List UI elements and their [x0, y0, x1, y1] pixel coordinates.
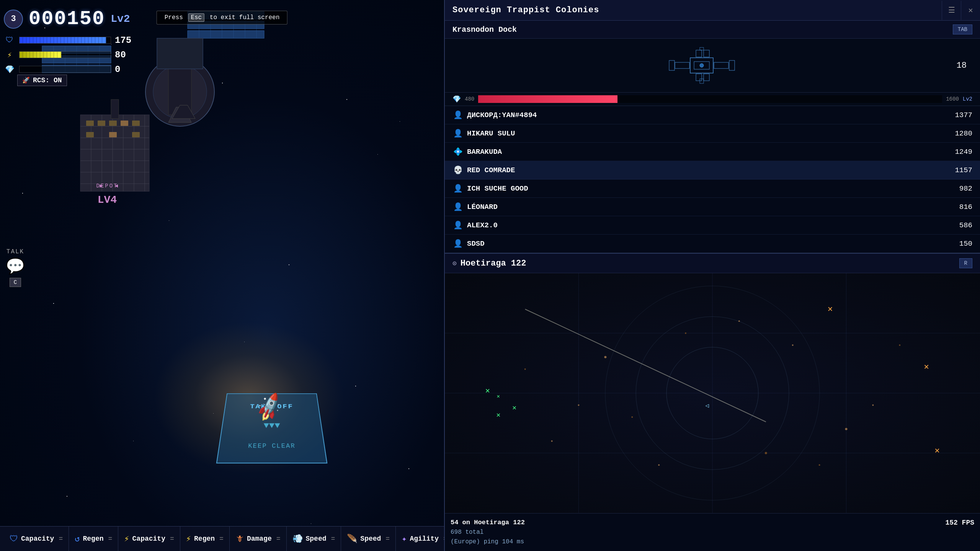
svg-rect-55 — [675, 62, 689, 68]
svg-point-92 — [899, 344, 900, 346]
bottom-damage[interactable]: 🗡 Damage = — [230, 527, 287, 551]
speed-2-label: Speed — [360, 535, 381, 543]
esc-key[interactable]: Esc — [188, 13, 204, 22]
menu-icon-btn[interactable]: ☰ — [942, 1, 961, 20]
leaderboard-header: Sovereign Trappist Colonies ☰ ✕ — [445, 0, 980, 21]
dock-name: Krasnodon Dock — [452, 25, 953, 34]
shield-row: 💎 0 — [4, 64, 134, 75]
lb-score-5: 982 — [949, 184, 972, 193]
map-bottom: 54 on Hoetiraga 122 698 total (Europe) p… — [445, 513, 980, 551]
game-viewport: DEPOT LV4 ◄ ► TAKE OFF ▼▼▼ KEEP CLEAR 🚀 … — [0, 0, 444, 551]
map-title: Hoetiraga 122 — [461, 259, 956, 268]
map-header: ⊙ Hoetiraga 122 R — [445, 254, 980, 273]
lb-name-8: SDSD — [467, 240, 946, 248]
talk-icon: 💬 — [6, 257, 25, 276]
damage-eq: = — [276, 535, 281, 543]
lb-hp-row: 💎 480 1600 Lv2 — [445, 93, 980, 106]
rcs-indicator: 🚀 RCS: ON — [17, 75, 67, 86]
colony-title: Sovereign Trappist Colonies — [445, 0, 942, 20]
svg-rect-53 — [696, 74, 702, 81]
tab-button[interactable]: TAB — [953, 24, 972, 34]
capacity-1-eq: = — [59, 535, 63, 543]
server-info: (Europe) ping 104 ms — [451, 537, 525, 547]
talk-key[interactable]: C — [10, 278, 21, 287]
svg-text:✕: ✕ — [935, 446, 940, 456]
dock-row: Krasnodon Dock TAB — [445, 21, 980, 39]
svg-point-91 — [578, 404, 580, 406]
capacity-2-label: Capacity — [132, 535, 165, 543]
bottom-capacity-2[interactable]: ⚡ Capacity = — [118, 527, 180, 551]
agility-label: Agility — [410, 535, 439, 543]
energy-bar — [19, 51, 111, 58]
map-canvas[interactable]: ✕ ✕ ✕ ✕ ✕ ◁ — [445, 273, 980, 513]
svg-rect-51 — [696, 50, 702, 57]
bottom-regen-2[interactable]: ⚡ Regen = — [180, 527, 230, 551]
keep-clear-label: KEEP CLEAR — [248, 442, 296, 449]
svg-text:✕: ✕ — [497, 393, 500, 399]
energy-bar-fill — [20, 52, 61, 58]
svg-point-85 — [872, 404, 874, 406]
bottom-capacity-1[interactable]: 🛡 Capacity = — [4, 527, 69, 551]
lb-name-2: HIKARU SULU — [467, 129, 946, 138]
svg-text:◁: ◁ — [705, 403, 709, 409]
svg-rect-61 — [700, 47, 704, 50]
bottom-speed-1[interactable]: 💨 Speed = — [287, 527, 341, 551]
svg-point-87 — [765, 452, 767, 454]
talk-button[interactable]: TALK 💬 C — [6, 248, 25, 287]
lb-row-1: 👤 ДИСКОРД:YAN#4894 1377 — [445, 106, 980, 124]
svg-rect-37 — [132, 121, 140, 126]
svg-rect-42 — [157, 38, 203, 69]
map-dot-icon: ⊙ — [452, 259, 457, 267]
svg-rect-38 — [86, 132, 94, 137]
svg-point-86 — [631, 416, 633, 418]
lb-score-2: 1280 — [949, 129, 972, 138]
map-r-button[interactable]: R — [959, 258, 972, 268]
health-row: 🛡 175 — [4, 34, 134, 46]
hp-bar — [478, 95, 942, 103]
lb-icon-5: 👤 — [452, 184, 463, 193]
lb-score-1: 1377 — [949, 111, 972, 119]
speed-2-eq: = — [385, 535, 390, 543]
gem-stat-icon: 💎 — [4, 64, 15, 75]
lb-row-7: 👤 ALEX2.0 586 — [445, 216, 980, 235]
bottom-agility[interactable]: ✦ Agility = — [396, 527, 444, 551]
lb-name-5: ICH SUCHE GOOD — [467, 184, 946, 193]
station-diagram-svg — [452, 42, 951, 88]
ship-level: Lv2 — [111, 13, 130, 25]
svg-text:◄: ◄ — [115, 183, 118, 189]
lb-icon-1: 👤 — [452, 110, 463, 120]
lb-score-4: 1157 — [949, 166, 972, 174]
shield-value: 0 — [115, 64, 134, 75]
regen-1-icon: ↺ — [75, 534, 80, 544]
rcs-status-text: RCS: ON — [33, 77, 62, 84]
svg-rect-41 — [111, 99, 119, 119]
health-bar — [19, 37, 111, 44]
bottom-speed-2[interactable]: 🪶 Speed = — [341, 527, 396, 551]
lb-icon-2: 👤 — [452, 129, 463, 138]
map-info-left: 54 on Hoetiraga 122 698 total (Europe) p… — [451, 517, 525, 547]
svg-text:LV4: LV4 — [98, 194, 117, 206]
hp-min: 480 — [465, 96, 474, 102]
close-icon-btn[interactable]: ✕ — [961, 1, 980, 20]
map-info-right: 152 FPS — [945, 517, 974, 528]
svg-point-88 — [685, 333, 686, 334]
regen-1-label: Regen — [83, 535, 103, 543]
hp-max: 1600 — [946, 96, 959, 102]
svg-rect-36 — [121, 121, 128, 126]
svg-rect-34 — [98, 121, 105, 126]
fps-display: 152 FPS — [945, 517, 974, 528]
energy-value: 80 — [115, 50, 134, 60]
svg-point-81 — [551, 440, 553, 442]
lb-name-3: BARAKUDA — [467, 148, 946, 156]
svg-point-80 — [792, 344, 794, 346]
lb-name-4: RED COMRADE — [467, 166, 946, 174]
bottom-regen-1[interactable]: ↺ Regen = — [69, 527, 118, 551]
lb-score-8: 150 — [949, 240, 972, 248]
fullscreen-notice: Press Esc to exit full screen — [157, 11, 287, 24]
rcs-ship-icon: 🚀 — [22, 77, 30, 84]
lb-icon-4: 💀 — [452, 165, 463, 175]
lb-row-2: 👤 HIKARU SULU 1280 — [445, 124, 980, 143]
svg-point-89 — [524, 368, 526, 370]
svg-text:✕: ✕ — [485, 386, 490, 395]
health-value: 175 — [115, 35, 134, 46]
